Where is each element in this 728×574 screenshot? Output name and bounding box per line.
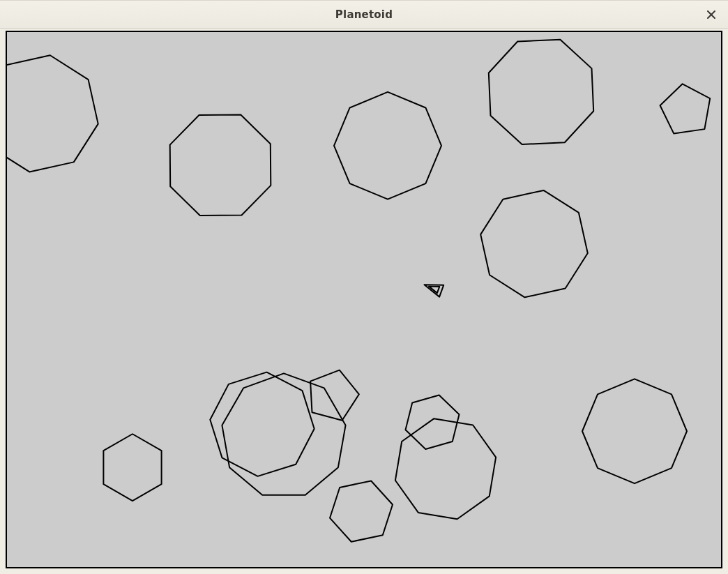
asteroid-7 xyxy=(222,373,345,494)
asteroid-4 xyxy=(660,84,711,133)
playfield-svg xyxy=(7,32,721,567)
asteroid-10 xyxy=(330,481,393,541)
asteroid-0 xyxy=(7,55,98,172)
asteroid-2 xyxy=(334,92,441,199)
titlebar: Planetoid xyxy=(0,1,728,29)
close-icon xyxy=(707,10,715,19)
window-title: Planetoid xyxy=(0,8,728,21)
game-canvas[interactable] xyxy=(6,31,722,568)
asteroid-9 xyxy=(103,434,161,501)
close-button[interactable] xyxy=(700,1,722,28)
asteroid-6 xyxy=(210,372,314,476)
asteroid-5 xyxy=(480,190,588,297)
asteroid-1 xyxy=(170,115,271,216)
asteroid-8 xyxy=(310,370,359,421)
asteroid-13 xyxy=(582,379,687,483)
app-window: Planetoid xyxy=(0,0,728,574)
asteroid-3 xyxy=(489,40,593,144)
